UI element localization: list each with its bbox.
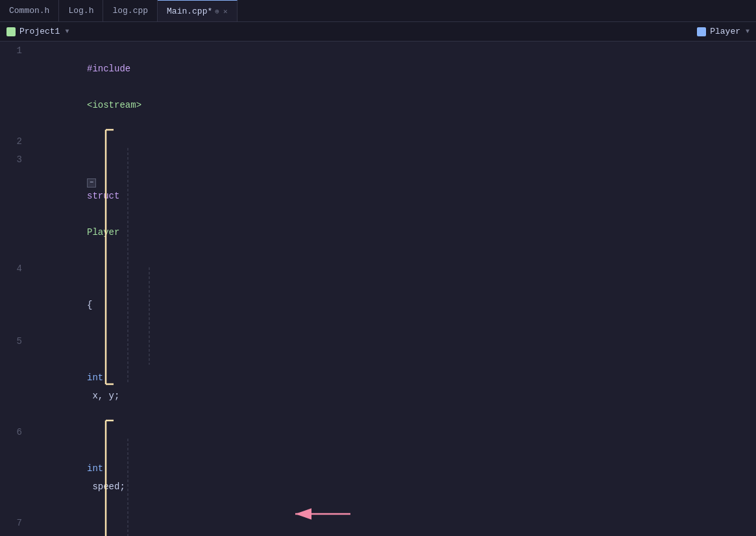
tab-label: Main.cpp* [167, 6, 212, 16]
line-num-2: 2 [0, 132, 32, 151]
line-num-5: 5 [0, 332, 32, 350]
tab-label: log.cpp [112, 6, 148, 16]
project-name: Project1 [19, 27, 60, 36]
line-7: 7 [0, 514, 756, 532]
line-1: 1 #include <iostream> [0, 42, 756, 132]
line-content-1: #include <iostream> [32, 42, 756, 132]
symbol-dropdown-icon: ▼ [746, 28, 750, 35]
line-num-7: 7 [0, 514, 32, 532]
pin-icon: ⊕ [215, 7, 219, 16]
line-num-3: 3 [0, 151, 32, 169]
line-content-4: { [32, 260, 756, 332]
line-num-8: 8 [0, 532, 32, 536]
close-icon[interactable]: ✕ [223, 7, 228, 16]
lines-container: 1 #include <iostream> 2 3 − [0, 42, 756, 536]
dropdown-arrow-icon: ▼ [65, 28, 69, 35]
tab-common-h[interactable]: Common.h [0, 0, 59, 21]
breadcrumb-right: Player ▼ [697, 27, 750, 36]
line-content-3: − struct Player [32, 151, 756, 260]
line-content-5: int x, y; [32, 332, 756, 423]
project-icon [6, 27, 16, 36]
line-3: 3 − struct Player [0, 151, 756, 260]
line-4: 4 { [0, 260, 756, 332]
line-content-8: private: [32, 532, 756, 536]
tab-bar: Common.h Log.h log.cpp Main.cpp* ⊕ ✕ [0, 0, 756, 22]
tab-label: Log.h [68, 6, 93, 16]
symbol-icon [697, 27, 706, 36]
breadcrumb-bar: Project1 ▼ Player ▼ [0, 22, 756, 42]
include-path: <iostream> [87, 100, 141, 110]
line-content-6: int speed; [32, 423, 756, 514]
editor-window: Common.h Log.h log.cpp Main.cpp* ⊕ ✕ Pro… [0, 0, 756, 536]
line-6: 6 int speed; [0, 423, 756, 514]
keyword-int-5: int [87, 372, 103, 383]
code-editor[interactable]: 1 #include <iostream> 2 3 − [0, 42, 756, 536]
line-num-1: 1 [0, 42, 32, 60]
tab-label: Common.h [9, 6, 49, 16]
tab-log-h[interactable]: Log.h [59, 0, 103, 21]
line-2: 2 [0, 132, 756, 151]
tab-main-cpp[interactable]: Main.cpp* ⊕ ✕ [158, 0, 237, 21]
line-8: 8 private: [0, 532, 756, 536]
symbol-name: Player [710, 27, 740, 36]
keyword-int-6: int [87, 463, 103, 474]
keyword-include: #include [87, 64, 130, 74]
breadcrumb-left: Project1 ▼ [6, 27, 697, 36]
tab-log-cpp[interactable]: log.cpp [103, 0, 158, 21]
fold-struct[interactable]: − [87, 178, 96, 188]
keyword-struct: struct [87, 191, 119, 201]
line-num-6: 6 [0, 423, 32, 441]
line-5: 5 int x, y; [0, 332, 756, 423]
type-player: Player [87, 227, 119, 238]
line-num-4: 4 [0, 260, 32, 278]
